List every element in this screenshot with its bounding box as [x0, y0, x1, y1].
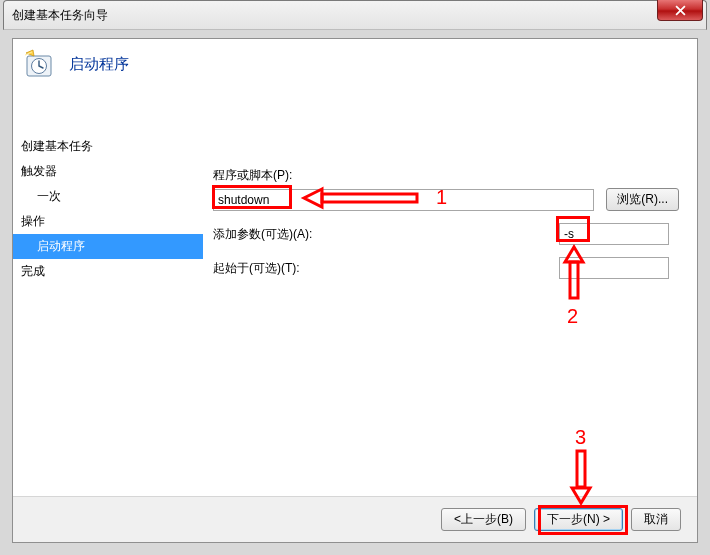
- program-label: 程序或脚本(P):: [213, 167, 679, 184]
- close-icon: [675, 5, 686, 16]
- next-button[interactable]: 下一步(N) >: [534, 508, 623, 531]
- wizard-icon: [23, 48, 55, 80]
- wizard-header: 启动程序: [13, 39, 697, 89]
- browse-button[interactable]: 浏览(R)...: [606, 188, 679, 211]
- args-input[interactable]: [559, 223, 669, 245]
- page-title: 启动程序: [69, 55, 129, 74]
- program-input[interactable]: [213, 189, 594, 211]
- back-button[interactable]: <上一步(B): [441, 508, 526, 531]
- cancel-button[interactable]: 取消: [631, 508, 681, 531]
- sidebar-item-create-task[interactable]: 创建基本任务: [13, 134, 203, 159]
- startin-input[interactable]: [559, 257, 669, 279]
- sidebar-item-action[interactable]: 操作: [13, 209, 203, 234]
- form-area: 程序或脚本(P): 浏览(R)... 添加参数(可选)(A): 起始于(可选)(…: [213, 167, 679, 291]
- sidebar-item-trigger-once[interactable]: 一次: [13, 184, 203, 209]
- window-title: 创建基本任务向导: [12, 7, 108, 24]
- args-label: 添加参数(可选)(A):: [213, 226, 559, 243]
- wizard-button-bar: <上一步(B) 下一步(N) > 取消: [13, 496, 697, 542]
- wizard-sidebar: 创建基本任务 触发器 一次 操作 启动程序 完成: [13, 134, 203, 284]
- close-button[interactable]: [657, 0, 703, 21]
- wizard-panel: 启动程序 创建基本任务 触发器 一次 操作 启动程序 完成 程序或脚本(P): …: [12, 38, 698, 543]
- sidebar-item-finish[interactable]: 完成: [13, 259, 203, 284]
- sidebar-item-trigger[interactable]: 触发器: [13, 159, 203, 184]
- title-bar: 创建基本任务向导: [3, 0, 707, 30]
- startin-label: 起始于(可选)(T):: [213, 260, 559, 277]
- sidebar-item-start-program[interactable]: 启动程序: [13, 234, 203, 259]
